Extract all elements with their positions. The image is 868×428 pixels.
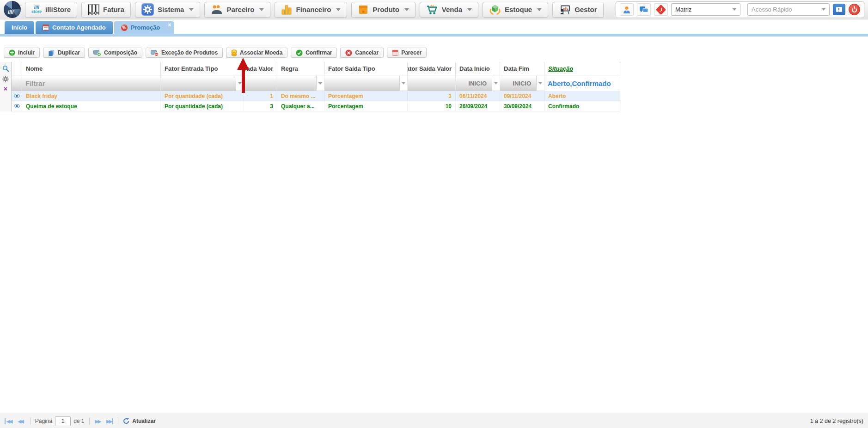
column-header-fator-entrada-valor[interactable]: Fator Entrada Valor bbox=[244, 62, 277, 75]
filter-value: Aberto,Confirmado bbox=[548, 79, 611, 87]
associar-moeda-button[interactable]: Associar Moeda bbox=[226, 48, 287, 58]
filter-fator-entrada-valor[interactable] bbox=[244, 75, 277, 91]
filter-dropdown-button[interactable] bbox=[399, 76, 407, 91]
tab-promocao[interactable]: % Promoção × bbox=[114, 21, 174, 34]
column-header-regra[interactable]: Regra bbox=[277, 62, 324, 75]
page-number-input[interactable] bbox=[55, 416, 71, 426]
filter-fator-entrada-tipo[interactable] bbox=[161, 75, 244, 91]
button-label: Confirmar bbox=[306, 49, 332, 56]
search-icon[interactable] bbox=[2, 65, 9, 73]
filter-fator-saida-tipo[interactable] bbox=[324, 75, 408, 91]
copy-icon bbox=[48, 49, 55, 56]
illistore-icon: illi store bbox=[31, 6, 42, 13]
chevron-down-icon bbox=[733, 8, 736, 11]
menu-item-gestor[interactable]: Gestor bbox=[552, 2, 603, 18]
menu-item-financeiro[interactable]: Financeiro bbox=[275, 2, 347, 18]
row-eye-cell bbox=[12, 101, 22, 111]
cell-regra: Do mesmo ... bbox=[277, 91, 324, 101]
filter-nome-input[interactable]: Filtrar bbox=[22, 75, 161, 91]
row-eye-cell bbox=[12, 91, 22, 101]
menu-item-produto[interactable]: Produto bbox=[351, 2, 416, 18]
cell-fator-entrada-valor: 3 bbox=[244, 101, 277, 111]
logout-button[interactable] bbox=[849, 4, 860, 15]
filter-regra[interactable] bbox=[277, 75, 324, 91]
gear-icon bbox=[141, 3, 154, 16]
menu-item-label: Sistema bbox=[158, 6, 184, 13]
chevron-down-icon bbox=[402, 82, 405, 85]
menu-item-label: Venda bbox=[442, 6, 462, 13]
exception-icon bbox=[151, 49, 159, 56]
chevron-down-icon bbox=[336, 8, 341, 11]
filter-dropdown-button[interactable] bbox=[316, 76, 324, 91]
column-header-data-inicio[interactable]: Data Início bbox=[456, 62, 500, 75]
button-label: Incluir bbox=[18, 49, 35, 56]
column-header-eye[interactable] bbox=[12, 62, 22, 75]
chevron-down-icon bbox=[318, 82, 322, 85]
button-label: Parecer bbox=[401, 49, 422, 56]
column-header-data-fim[interactable]: Data Fim bbox=[500, 62, 544, 75]
cell-nome: Queima de estoque bbox=[22, 101, 161, 111]
parecer-button[interactable]: Parecer bbox=[387, 48, 427, 58]
gear-icon[interactable] bbox=[2, 76, 9, 83]
menu-item-estoque[interactable]: Estoque bbox=[483, 2, 548, 18]
filter-dropdown-button[interactable] bbox=[236, 76, 244, 91]
excecao-produtos-button[interactable]: Exceção de Produtos bbox=[146, 48, 223, 58]
filter-dropdown-button[interactable] bbox=[536, 76, 544, 91]
tab-bar: Início Contato Agendado % Promoção × bbox=[0, 19, 868, 34]
eye-icon[interactable] bbox=[14, 94, 20, 98]
menu-item-fatura[interactable]: BOLETO Fatura bbox=[81, 2, 131, 18]
prev-page-button[interactable]: ◀◀ bbox=[17, 418, 25, 424]
filter-fator-saida-valor[interactable] bbox=[408, 75, 456, 91]
page-count-label: de 1 bbox=[73, 418, 84, 424]
duplicar-button[interactable]: Duplicar bbox=[43, 48, 85, 58]
confirmar-button[interactable]: Confirmar bbox=[291, 48, 337, 58]
table-row[interactable]: Queima de estoque Por quantidade (cada) … bbox=[12, 101, 620, 111]
menu-item-sistema[interactable]: Sistema bbox=[135, 2, 201, 18]
top-menu-bar: illi illi store illiStore BOLETO Fatura bbox=[0, 0, 868, 19]
column-header-fator-entrada-tipo[interactable]: Fator Entrada Tipo bbox=[161, 62, 244, 75]
shopping-cart-icon bbox=[426, 4, 438, 15]
column-header-fator-saida-valor[interactable]: Fator Saída Valor bbox=[408, 62, 456, 75]
divider bbox=[118, 417, 118, 425]
divider bbox=[30, 417, 31, 425]
tab-label: Início bbox=[12, 24, 27, 31]
app-logo[interactable]: illi bbox=[4, 1, 21, 18]
stock-cube-icon bbox=[489, 4, 501, 15]
column-header-nome[interactable]: Nome bbox=[22, 62, 161, 75]
menu-item-illistore[interactable]: illi store illiStore bbox=[25, 2, 77, 18]
eye-icon[interactable] bbox=[14, 104, 20, 108]
composicao-button[interactable]: Composição bbox=[88, 48, 142, 58]
quick-access-select[interactable]: Acesso Rápido bbox=[747, 3, 830, 16]
close-icon[interactable]: × bbox=[168, 22, 171, 28]
filter-situacao[interactable]: Aberto,Confirmado bbox=[544, 75, 620, 91]
help-button[interactable] bbox=[833, 4, 845, 15]
toolbar: Incluir Duplicar Composição Exceção de P… bbox=[0, 37, 868, 58]
tab-contato-agendado[interactable]: Contato Agendado bbox=[36, 21, 113, 34]
chevron-down-icon bbox=[537, 8, 542, 11]
tab-inicio[interactable]: Início bbox=[5, 21, 34, 34]
refresh-button[interactable]: Atualizar bbox=[123, 418, 156, 424]
user-profile-button[interactable] bbox=[620, 3, 634, 16]
first-page-button[interactable]: ◀◀ bbox=[5, 418, 14, 424]
last-page-button[interactable]: ▶▶ bbox=[105, 418, 113, 424]
next-page-button[interactable]: ▶▶ bbox=[94, 418, 103, 424]
filter-data-fim[interactable]: INICIO bbox=[500, 75, 544, 91]
menu-item-venda[interactable]: Venda bbox=[420, 2, 478, 18]
table-row[interactable]: Black friday Por quantidade (cada) 1 Do … bbox=[12, 91, 620, 101]
filter-data-inicio[interactable]: INICIO bbox=[456, 75, 500, 91]
bar-chart-icon bbox=[281, 4, 292, 15]
alerts-button[interactable] bbox=[654, 3, 668, 16]
composition-icon bbox=[93, 49, 101, 56]
refresh-icon bbox=[123, 418, 129, 424]
clear-filter-icon[interactable]: × bbox=[4, 86, 8, 92]
company-select[interactable]: Matriz bbox=[671, 3, 740, 16]
records-count-label: 1 à 2 de 2 registro(s) bbox=[810, 418, 863, 424]
incluir-button[interactable]: Incluir bbox=[4, 48, 40, 58]
menu-item-parceiro[interactable]: Parceiro bbox=[204, 2, 270, 18]
column-header-situacao[interactable]: Situação bbox=[544, 62, 620, 75]
messages-button[interactable] bbox=[637, 3, 651, 16]
filter-dropdown-button[interactable] bbox=[492, 76, 500, 91]
column-header-fator-saida-tipo[interactable]: Fator Saída Tipo bbox=[324, 62, 408, 75]
cancelar-button[interactable]: Cancelar bbox=[340, 48, 384, 58]
button-label: Cancelar bbox=[355, 49, 379, 56]
